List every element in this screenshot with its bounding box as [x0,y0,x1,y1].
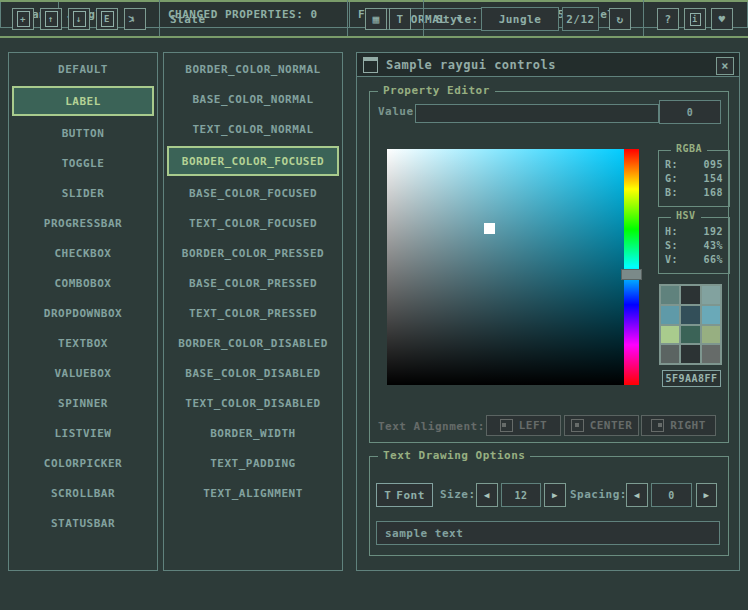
list-item[interactable]: BASE_COLOR_FOCUSED [167,180,339,206]
sample-text: sample text [385,527,463,540]
value-input[interactable] [415,104,659,123]
align-center-button[interactable]: CENTER [564,415,639,436]
list-item[interactable]: COLORPICKER [12,450,154,476]
close-button[interactable]: × [716,57,734,75]
text-drawing-options-groupbox: Text Drawing Options T Font Size: ◀ 12 ▶… [369,456,729,556]
question-icon: ? [664,13,671,26]
sponsor-button[interactable]: ♥ [711,8,733,30]
list-item[interactable]: TEXTBOX [12,330,154,356]
size-increase-button[interactable]: ▶ [544,483,566,507]
list-item[interactable]: PROGRESSBAR [12,210,154,236]
randomize-style-button[interactable]: →→ [124,8,146,30]
spacing-decrease-button[interactable]: ◀ [626,483,648,507]
sample-textbox[interactable]: sample text [376,521,720,545]
rgba-title: RGBA [671,143,707,154]
style-name-button[interactable]: Jungle [481,7,559,31]
style-color-swatch[interactable] [681,326,699,344]
style-color-swatch[interactable] [681,306,699,324]
heart-icon: ♥ [718,13,725,26]
rguistyler-app: + ↑ ↓ E →→ State NORMAL ▼ ▦ T [0,0,748,610]
list-item[interactable]: BUTTON [12,120,154,146]
help-button[interactable]: ? [657,8,679,30]
style-color-swatch[interactable] [661,306,679,324]
value-apply-button[interactable]: 0 [659,100,721,124]
style-name: Jungle [499,13,542,26]
list-item[interactable]: DEFAULT [12,56,154,82]
style-color-swatch[interactable] [661,326,679,344]
list-item[interactable]: BORDER_COLOR_NORMAL [167,56,339,82]
spacing-increase-button[interactable]: ▶ [696,483,717,507]
color-picker-cursor[interactable] [484,223,495,234]
style-color-swatch[interactable] [681,286,699,304]
close-icon: × [721,59,729,73]
list-item[interactable]: TEXT_COLOR_DISABLED [167,390,339,416]
save-file-button[interactable]: ↓ [68,8,90,30]
size-valuebox[interactable]: 12 [501,483,541,507]
spacing-value: 0 [668,490,675,501]
list-item[interactable]: SCROLLBAR [12,480,154,506]
list-item[interactable]: TEXT_PADDING [167,450,339,476]
list-item[interactable]: VALUEBOX [12,360,154,386]
font-view-toggle[interactable]: T [389,8,411,30]
color-value-row: V:66% [665,254,723,265]
list-item[interactable]: TEXT_COLOR_NORMAL [167,116,339,142]
list-item[interactable]: SLIDER [12,180,154,206]
arrow-right-icon: ▶ [704,490,710,500]
rgba-values: R:095G:154B:168 [665,159,723,198]
properties-listview: BORDER_COLOR_NORMALBASE_COLOR_NORMALTEXT… [163,52,343,571]
reload-style-button[interactable]: ↻ [609,8,631,30]
style-color-swatch[interactable] [702,326,720,344]
hex-color-box[interactable]: 5F9AA8FF [662,370,721,387]
list-item[interactable]: TOGGLE [12,150,154,176]
controls-listview: DEFAULTLABELBUTTONTOGGLESLIDERPROGRESSBA… [8,52,158,571]
align-left-button[interactable]: LEFT [486,415,561,436]
list-item[interactable]: TEXT_COLOR_FOCUSED [167,210,339,236]
style-color-swatch[interactable] [702,286,720,304]
list-item[interactable]: COMBOBOX [12,270,154,296]
list-item[interactable]: SPINNER [12,390,154,416]
color-picker-panel[interactable] [387,149,626,385]
info-button[interactable]: i [684,8,706,30]
align-right-button[interactable]: RIGHT [641,415,716,436]
font-icon: T [384,489,391,502]
open-file-button[interactable]: ↑ [40,8,62,30]
list-item[interactable]: STATUSBAR [12,510,154,536]
toolbar-view-section: ▦ T [348,0,424,36]
grid-view-toggle[interactable]: ▦ [365,8,387,30]
list-item[interactable]: TEXT_ALIGNMENT [167,480,339,506]
toolbar: + ↑ ↓ E →→ State NORMAL ▼ ▦ T [0,0,748,38]
hsv-values: H:192S:43%V:66% [665,226,723,265]
list-item[interactable]: BORDER_COLOR_DISABLED [167,330,339,356]
list-item[interactable]: BORDER_COLOR_FOCUSED [167,146,339,176]
font-button[interactable]: T Font [376,483,433,507]
list-item[interactable]: DROPDOWNBOX [12,300,154,326]
sample-controls-window: Sample raygui controls × Property Editor… [356,52,740,571]
export-file-button[interactable]: E [96,8,118,30]
style-color-swatch[interactable] [702,306,720,324]
style-counter-button[interactable]: 2/12 [562,7,599,31]
style-color-swatch[interactable] [702,345,720,363]
window-icon [363,57,378,73]
align-left-label: LEFT [519,419,548,432]
list-item[interactable]: TEXT_COLOR_PRESSED [167,300,339,326]
list-item[interactable]: LABEL [12,86,154,116]
style-color-swatch[interactable] [661,345,679,363]
property-editor-title: Property Editor [378,84,495,97]
size-label: Size: [440,488,476,501]
list-item[interactable]: LISTVIEW [12,420,154,446]
list-item[interactable]: BORDER_COLOR_PRESSED [167,240,339,266]
list-item[interactable]: BASE_COLOR_PRESSED [167,270,339,296]
list-item[interactable]: CHECKBOX [12,240,154,266]
spacing-valuebox[interactable]: 0 [651,483,692,507]
size-decrease-button[interactable]: ◀ [476,483,498,507]
list-item[interactable]: BASE_COLOR_NORMAL [167,86,339,112]
style-color-swatch[interactable] [661,286,679,304]
hue-slider-handle[interactable] [621,269,642,280]
new-file-button[interactable]: + [12,8,34,30]
window-titlebar[interactable]: Sample raygui controls × [357,53,739,77]
hue-slider[interactable] [624,149,639,385]
style-color-swatch[interactable] [681,345,699,363]
align-center-label: CENTER [590,419,633,432]
list-item[interactable]: BORDER_WIDTH [167,420,339,446]
list-item[interactable]: BASE_COLOR_DISABLED [167,360,339,386]
